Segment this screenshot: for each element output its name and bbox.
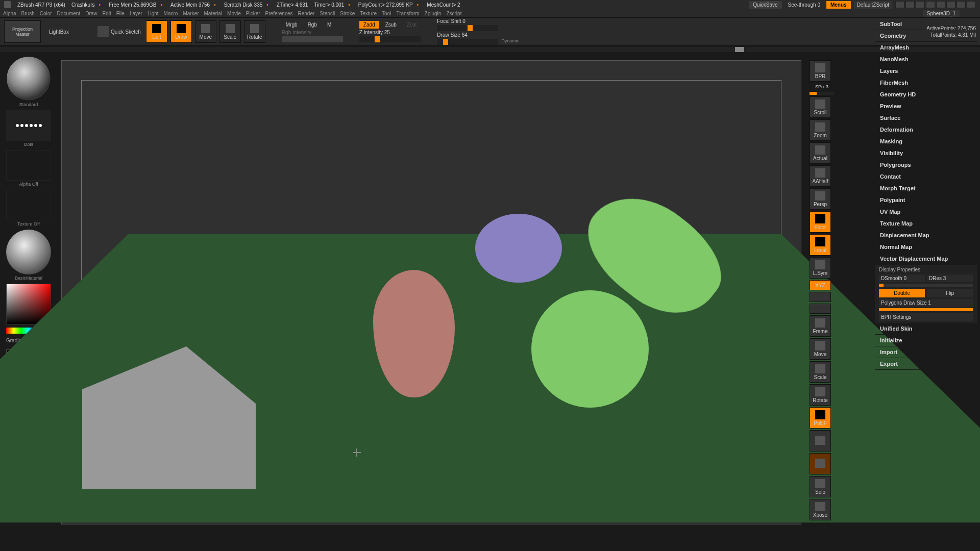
menu-tool[interactable]: Tool [382,11,391,16]
draw-size-slider[interactable] [437,39,498,45]
bpr-button[interactable]: BPR [810,60,831,82]
scale-view-button[interactable]: Scale [810,361,831,383]
rgb-button[interactable]: Rgb [304,21,321,29]
edit-mode-button[interactable]: Edit [146,20,167,43]
local-button[interactable]: Local [810,234,831,256]
persp-button[interactable]: Persp [810,188,831,210]
window-icon[interactable] [916,1,925,8]
xpose-button[interactable]: Xpose [810,499,831,520]
dynamic-label[interactable]: Dynamic [501,38,519,43]
geometry-section[interactable]: Geometry [875,30,977,42]
menu-movie[interactable]: Movie [227,11,241,16]
menu-texture[interactable]: Texture [360,11,377,16]
minimize-icon[interactable] [946,1,955,8]
menu-draw[interactable]: Draw [85,11,97,16]
polygons-slider[interactable] [879,308,973,311]
axis-button[interactable] [810,292,831,302]
deformation-section[interactable]: Deformation [875,124,977,136]
menu-preferences[interactable]: Preferences [265,11,293,16]
menu-brush[interactable]: Brush [21,11,35,16]
polypaint-section[interactable]: Polypaint [875,194,977,206]
menu-zplugin[interactable]: Zplugin [425,11,442,16]
dsmooth-slider[interactable] [879,284,973,287]
transp-button[interactable] [810,430,831,452]
menu-transform[interactable]: Transform [396,11,419,16]
menu-material[interactable]: Material [204,11,223,16]
normalmap-section[interactable]: Normal Map [875,241,977,253]
move-view-button[interactable]: Move [810,338,831,360]
bpr-settings[interactable]: BPR Settings [879,313,973,321]
viewport[interactable] [61,60,801,524]
fibermesh-section[interactable]: FiberMesh [875,77,977,89]
visibility-section[interactable]: Visibility [875,147,977,159]
masking-section[interactable]: Masking [875,136,977,147]
m-button[interactable]: M [323,21,335,29]
displacementmap-section[interactable]: Displacement Map [875,230,977,241]
projection-master-button[interactable]: Projection Master [4,20,41,43]
contact-section[interactable]: Contact [875,171,977,183]
scale-mode-button[interactable]: Scale [219,20,241,43]
menu-stencil[interactable]: Stencil [320,11,335,16]
window-icon[interactable] [936,1,945,8]
polyf-button[interactable]: PolyF [810,407,831,429]
tool-name-label[interactable]: Sphere3D_1 [923,10,960,17]
preview-section[interactable]: Preview [875,101,977,112]
axis-button[interactable] [810,304,831,314]
menu-marker[interactable]: Marker [183,11,199,16]
stroke-preview[interactable] [6,110,51,141]
z-intensity-slider[interactable] [359,36,421,42]
maximize-icon[interactable] [957,1,966,8]
polygroups-section[interactable]: Polygroups [875,159,977,171]
menu-color[interactable]: Color [40,11,52,16]
quicksave-button[interactable]: QuickSave [749,1,781,9]
lightbox-button[interactable]: LightBox [44,27,74,37]
flip-button[interactable]: Flip [927,289,973,297]
polygons-draw-size[interactable]: Polygons Draw Size 1 [879,299,973,307]
timeline-bar[interactable] [0,47,980,52]
export-section[interactable]: Export [875,358,977,370]
geometryhd-section[interactable]: Geometry HD [875,89,977,101]
draw-mode-button[interactable]: Draw [170,20,192,43]
menu-light[interactable]: Light [148,11,159,16]
unifiedskin-section[interactable]: Unified Skin [875,323,977,335]
script-label[interactable]: DefaultZScript [854,1,892,9]
scroll-button[interactable]: Scroll [810,96,831,118]
menus-button[interactable]: Menus [826,1,851,9]
texture-preview[interactable] [6,190,51,220]
morphtarget-section[interactable]: Morph Target [875,183,977,194]
menu-picker[interactable]: Picker [246,11,260,16]
menu-layer[interactable]: Layer [130,11,142,16]
spix-label[interactable]: SPix 3 [810,84,834,89]
frame-button[interactable]: Frame [810,315,831,337]
spix-slider[interactable] [810,92,834,95]
menu-render[interactable]: Render [298,11,315,16]
aahalf-button[interactable]: AAHalf [810,165,831,187]
material-preview[interactable] [6,230,51,274]
xyz-button[interactable]: XYZ [810,280,831,290]
zsub-button[interactable]: Zsub [381,21,401,29]
uvmap-section[interactable]: UV Map [875,206,977,218]
dres-field[interactable]: DRes 3 [927,274,973,282]
window-icon[interactable] [926,1,935,8]
menu-document[interactable]: Document [57,11,81,16]
nanomesh-section[interactable]: NanoMesh [875,54,977,65]
dsmooth-field[interactable]: DSmooth 0 [879,274,925,282]
seethrough-slider[interactable]: See-through 0 [785,1,823,9]
menu-edit[interactable]: Edit [103,11,111,16]
alpha-preview[interactable] [6,150,51,181]
zoom-button[interactable]: Zoom [810,119,831,141]
focal-shift-slider[interactable] [437,25,498,31]
brush-preview[interactable] [6,56,51,101]
ghost-button[interactable] [810,453,831,474]
texturemap-section[interactable]: Texture Map [875,218,977,230]
mrgb-button[interactable]: Mrgb [282,21,302,29]
layers-section[interactable]: Layers [875,65,977,77]
lsym-button[interactable]: L.Sym [810,257,831,279]
subtool-section[interactable]: SubTool [875,18,977,30]
menu-zscript[interactable]: Zscript [446,11,461,16]
rotate-mode-button[interactable]: Rotate [244,20,265,43]
quick-sketch-button[interactable]: Quick Sketch [95,24,143,39]
rotate-view-button[interactable]: Rotate [810,384,831,406]
window-icon[interactable] [895,1,904,8]
vectordisp-section[interactable]: Vector Displacement Map [875,253,977,265]
